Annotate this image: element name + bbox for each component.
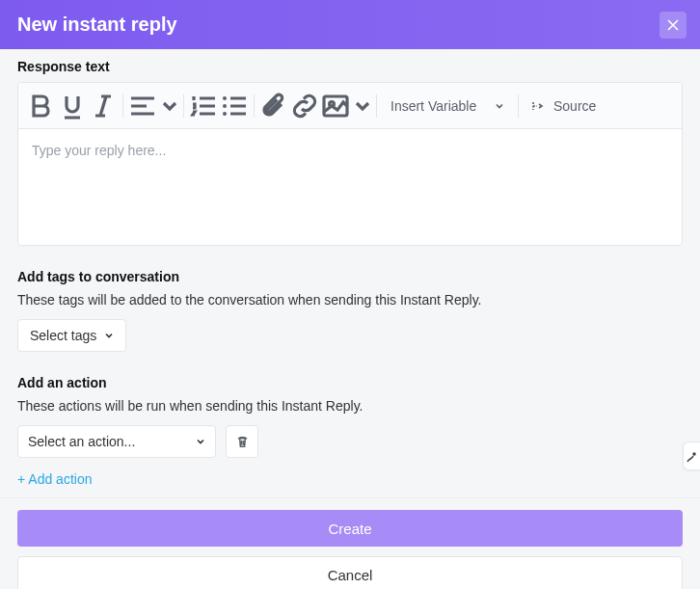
- toolbar-separator: [518, 94, 519, 118]
- insert-variable-dropdown[interactable]: Insert Variable: [381, 91, 514, 121]
- editor-toolbar: Insert Variable Source: [18, 83, 682, 129]
- source-icon: [530, 98, 546, 114]
- actions-description: These actions will be run when sending t…: [17, 398, 683, 414]
- widget-icon: [687, 448, 698, 464]
- numbered-list-icon: [188, 91, 219, 121]
- toolbar-separator: [183, 94, 184, 118]
- image-icon: [320, 91, 351, 121]
- side-widget-toggle[interactable]: [683, 442, 700, 470]
- toolbar-separator: [254, 94, 255, 118]
- chevron-down-icon: [160, 96, 179, 116]
- close-icon: [666, 18, 680, 32]
- chevron-down-icon: [104, 331, 114, 340]
- chevron-down-icon: [196, 437, 205, 446]
- cancel-button[interactable]: Cancel: [17, 556, 683, 589]
- actions-label: Add an action: [17, 375, 683, 390]
- modal-body: Response text: [0, 49, 700, 497]
- insert-variable-label: Insert Variable: [390, 98, 476, 114]
- response-text-label: Response text: [17, 59, 683, 74]
- source-button[interactable]: Source: [523, 91, 604, 121]
- select-tags-dropdown[interactable]: Select tags: [17, 319, 126, 352]
- numbered-list-button[interactable]: [188, 91, 219, 121]
- bold-icon: [26, 91, 57, 121]
- cancel-button-label: Cancel: [328, 567, 373, 583]
- editor-placeholder: Type your reply here...: [32, 143, 166, 158]
- svg-point-5: [693, 453, 695, 455]
- editor: Insert Variable Source Type your reply h…: [17, 82, 683, 246]
- modal-header: New instant reply: [0, 0, 700, 49]
- tags-description: These tags will be added to the conversa…: [17, 292, 683, 308]
- delete-action-button[interactable]: [226, 425, 258, 458]
- attachment-button[interactable]: [258, 91, 289, 121]
- select-action-dropdown[interactable]: Select an action...: [17, 425, 216, 458]
- select-tags-label: Select tags: [30, 328, 96, 343]
- toolbar-separator: [376, 94, 377, 118]
- svg-point-0: [223, 96, 227, 100]
- bulleted-list-button[interactable]: [219, 91, 250, 121]
- underline-icon: [57, 91, 88, 121]
- image-dropdown[interactable]: [320, 91, 372, 121]
- toolbar-separator: [122, 94, 123, 118]
- link-icon: [289, 91, 320, 121]
- svg-point-2: [223, 112, 227, 116]
- close-button[interactable]: [660, 12, 687, 39]
- italic-icon: [88, 91, 119, 121]
- modal-title: New instant reply: [17, 13, 177, 36]
- align-dropdown[interactable]: [127, 91, 179, 121]
- tags-label: Add tags to conversation: [17, 269, 683, 284]
- svg-point-1: [223, 104, 227, 108]
- create-button[interactable]: Create: [17, 510, 683, 547]
- select-action-placeholder: Select an action...: [28, 434, 135, 449]
- add-action-link[interactable]: + Add action: [17, 471, 92, 487]
- italic-button[interactable]: [88, 91, 119, 121]
- bold-button[interactable]: [26, 91, 57, 121]
- svg-rect-3: [324, 96, 347, 116]
- align-left-icon: [127, 91, 158, 121]
- modal-footer: Create Cancel: [0, 497, 700, 589]
- reply-textarea[interactable]: Type your reply here...: [18, 129, 682, 245]
- bulleted-list-icon: [219, 91, 250, 121]
- chevron-down-icon: [495, 101, 504, 111]
- chevron-down-icon: [353, 96, 372, 116]
- source-label: Source: [553, 98, 596, 114]
- create-button-label: Create: [328, 521, 371, 537]
- underline-button[interactable]: [57, 91, 88, 121]
- paperclip-icon: [258, 91, 289, 121]
- link-button[interactable]: [289, 91, 320, 121]
- trash-icon: [235, 435, 250, 449]
